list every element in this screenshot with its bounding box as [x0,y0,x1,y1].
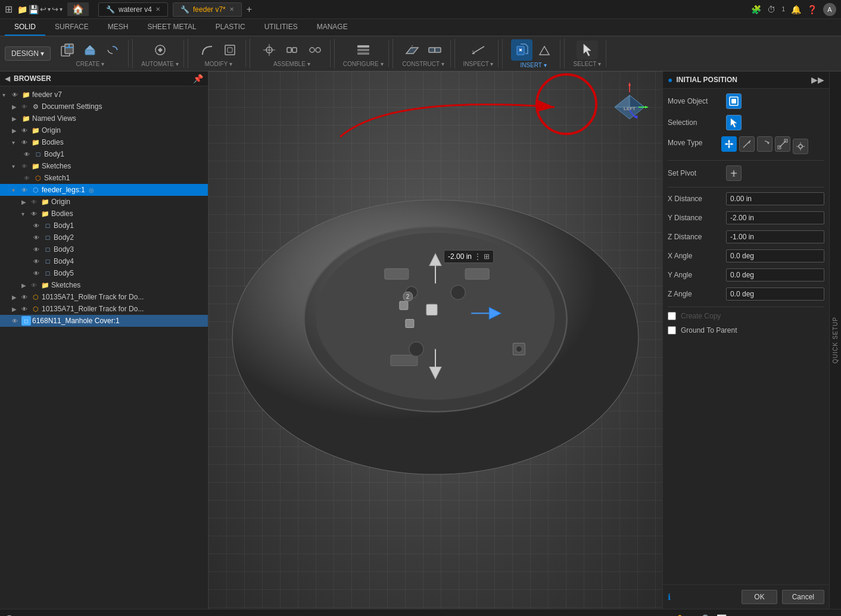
y-distance-input[interactable] [726,211,824,224]
viewport[interactable]: 2 -2.00 in ⋮ ⊞ [208,71,662,609]
add-comment-button[interactable]: + [63,614,68,617]
body2-sub-eye-icon[interactable]: 👁 [33,234,42,241]
shell-button[interactable] [219,40,241,60]
undo-button[interactable]: ↩ [40,5,46,14]
visual-style-button[interactable]: ◱ [743,614,751,617]
insert-label[interactable]: INSERT ▾ [520,62,546,68]
revolve-button[interactable] [102,40,123,60]
comments-section[interactable]: 💬 COMMENTS + [5,614,68,617]
y-angle-input[interactable] [726,268,824,282]
manhole-eye-icon[interactable]: 👁 [12,318,20,324]
body4-sub-eye-icon[interactable]: 👁 [33,258,42,265]
ok-button[interactable]: OK [742,590,777,604]
move-type-arbitrary[interactable] [793,139,808,154]
automate-label[interactable]: AUTOMATE ▾ [141,61,178,67]
tree-feeder-legs[interactable]: ▾ 👁 ⬡ feeder_legs:1 ◎ [0,184,208,196]
sketches-top-eye-icon[interactable]: 👁 [21,163,30,170]
assemble-label[interactable]: ASSEMBLE ▾ [273,61,310,67]
tree-roller2[interactable]: ▶ 👁 ⬡ 10135A71_Roller Track for Do... [0,303,208,315]
distance-expand-icon[interactable]: ⊞ [484,252,490,261]
midplane-button[interactable] [424,40,446,60]
tree-body1-top[interactable]: 👁 □ Body1 [0,148,208,160]
drive-joints-button[interactable] [304,40,325,60]
move-type-scale[interactable] [775,136,790,152]
doc-settings-eye-icon[interactable]: 👁 [21,104,30,110]
jobs-button[interactable]: ⏱ [767,5,775,14]
tree-origin[interactable]: ▶ 👁 📁 Origin [0,124,208,136]
waterer-close-icon[interactable]: ✕ [155,6,160,12]
nav-cube[interactable]: LEFT [603,77,656,131]
x-angle-input[interactable] [726,249,824,262]
bodies-sub-eye-icon[interactable]: 👁 [31,211,39,217]
move-object-icon-btn[interactable] [726,93,742,109]
z-distance-input[interactable] [726,230,824,243]
display-settings-button[interactable]: ⬜ [717,614,727,617]
design-dropdown-button[interactable]: DESIGN ▾ [5,46,51,61]
origin-eye-icon[interactable]: 👁 [21,127,30,134]
home-button[interactable]: 🏠 [67,2,89,16]
info-button[interactable]: ℹ [668,592,671,602]
extrude-button[interactable] [79,40,101,60]
new-component-button[interactable] [57,40,78,60]
cancel-button[interactable]: Cancel [782,590,824,604]
undo-dropdown[interactable]: ▾ [48,6,51,12]
tree-sketches-top[interactable]: ▾ 👁 📁 Sketches [0,160,208,172]
tree-body2-sub[interactable]: 👁 □ Body2 [0,232,208,243]
modify-label[interactable]: MODIFY ▾ [205,61,232,67]
create-label[interactable]: CREATE ▾ [76,61,105,67]
tab-feeder[interactable]: 🔧 feeder v7* ✕ [173,2,242,17]
tree-roller1[interactable]: ▶ 👁 ⬡ 10135A71_Roller Track for Do... [0,291,208,303]
move-type-rotate[interactable] [757,136,773,152]
fillet-button[interactable] [197,40,218,60]
redo-button[interactable]: ↪ [52,5,58,14]
origin-sub-eye-icon[interactable]: 👁 [31,199,39,205]
tree-origin-sub[interactable]: ▶ 👁 📁 Origin [0,196,208,208]
move-type-axis[interactable] [739,136,755,152]
tab-plastic[interactable]: PLASTIC [206,19,255,36]
configure-button[interactable] [353,40,374,60]
tree-body3-sub[interactable]: 👁 □ Body3 [0,243,208,255]
tree-bodies[interactable]: ▾ 👁 📁 Bodies [0,136,208,148]
select-label[interactable]: SELECT ▾ [573,61,601,67]
zoom-out-button[interactable]: 🔍 [702,614,712,617]
tree-body5-sub[interactable]: 👁 □ Body5 [0,267,208,279]
avatar[interactable]: A [823,3,836,16]
insert-mesh-button[interactable] [534,42,555,61]
select-button[interactable] [577,40,598,60]
tab-mesh[interactable]: MESH [98,19,138,36]
selection-icon-btn[interactable] [726,115,742,130]
tree-body1-sub[interactable]: 👁 □ Body1 [0,220,208,232]
tree-sketch1[interactable]: 👁 ⬡ Sketch1 [0,172,208,184]
tab-solid[interactable]: SOLID [5,19,45,36]
save-button[interactable]: 💾 [29,5,39,14]
body1-top-eye-icon[interactable]: 👁 [24,151,32,158]
move-type-free[interactable] [721,136,737,152]
feeder-close-icon[interactable]: ✕ [229,6,234,12]
tree-root[interactable]: ▾ 👁 📁 feeder v7 [0,89,208,101]
grid-settings-button[interactable]: ⊞ [731,614,739,617]
tree-manhole[interactable]: 👁 □ 6168N11_Manhole Cover:1 [0,315,208,327]
tree-body4-sub[interactable]: 👁 □ Body4 [0,255,208,267]
tab-surface[interactable]: SURFACE [45,19,98,36]
inspect-label[interactable]: INSPECT ▾ [463,61,494,67]
set-pivot-icon-btn[interactable] [726,165,742,181]
panel-forward-button[interactable]: ▶▶ [811,75,824,85]
tab-waterer[interactable]: 🔧 waterer v4 ✕ [98,2,168,17]
tab-utilities[interactable]: UTILITIES [255,19,307,36]
body1-sub-eye-icon[interactable]: 👁 [33,223,42,229]
add-tab-button[interactable]: + [247,4,252,15]
tab-manage[interactable]: MANAGE [307,19,357,36]
browser-pin-button[interactable]: 📌 [193,74,203,83]
sketches-sub-eye-icon[interactable]: 👁 [31,282,39,289]
rigid-group-button[interactable] [281,40,303,60]
distance-input-overlay[interactable]: -2.00 in ⋮ ⊞ [444,250,494,263]
tree-sketches-sub[interactable]: ▶ 👁 📁 Sketches [0,279,208,291]
measure-button[interactable] [468,40,489,60]
tab-sheet-metal[interactable]: SHEET METAL [138,19,205,36]
ground-to-parent-checkbox[interactable] [668,326,676,334]
tree-bodies-sub[interactable]: ▾ 👁 📁 Bodies [0,208,208,220]
create-copy-checkbox[interactable] [668,312,676,320]
roller1-eye-icon[interactable]: 👁 [21,294,30,301]
configure-label[interactable]: CONFIGURE ▾ [343,61,384,67]
browser-collapse-button[interactable]: ◀ [5,74,10,83]
